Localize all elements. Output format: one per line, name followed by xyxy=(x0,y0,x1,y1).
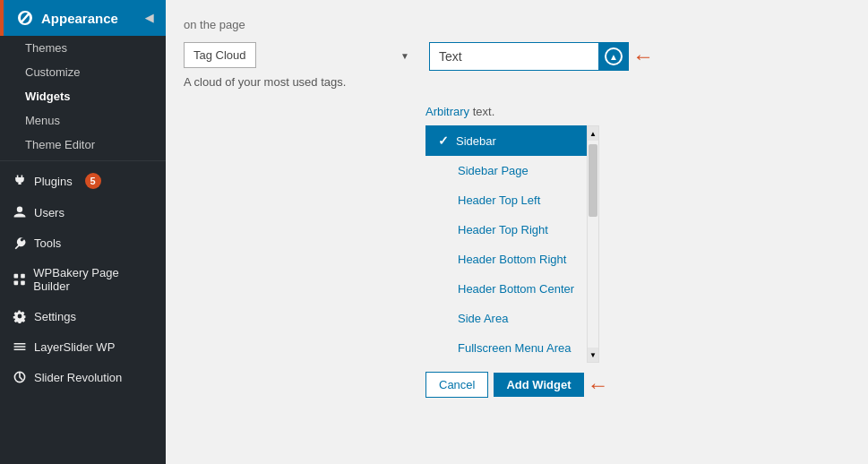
dropdown-scrollbar[interactable]: ▲ ▼ xyxy=(587,125,599,363)
settings-icon xyxy=(13,309,27,323)
scroll-thumb xyxy=(589,144,597,217)
dropdown-item-header-top-right[interactable]: Header Top Right xyxy=(425,215,587,245)
sidebar-item-plugins[interactable]: Plugins 5 xyxy=(0,165,166,197)
circle-up-icon: ▲ xyxy=(605,47,623,65)
tools-label: Tools xyxy=(34,236,61,250)
wpbakery-icon xyxy=(13,272,26,287)
sidebar-divider-1 xyxy=(0,160,166,161)
scroll-down-button[interactable]: ▼ xyxy=(588,348,598,362)
dropdown-item-sidebar-page[interactable]: Sidebar Page xyxy=(425,156,587,185)
layerslider-label: LayerSlider WP xyxy=(34,340,115,354)
sidebar-item-wpbakery[interactable]: WPBakery Page Builder xyxy=(0,258,166,301)
red-arrow-button-indicator: ← xyxy=(588,373,609,398)
sidebar-item-layerslider[interactable]: LayerSlider WP xyxy=(0,331,166,362)
arbitrary-text: Arbitrary text. xyxy=(425,105,850,118)
text-input-area: ▲ ← xyxy=(429,42,654,71)
users-label: Users xyxy=(34,206,64,219)
tools-icon xyxy=(13,236,27,250)
text-submit-button[interactable]: ▲ xyxy=(598,42,629,71)
scroll-track xyxy=(588,141,598,348)
appearance-title: Appearance xyxy=(41,11,118,26)
settings-label: Settings xyxy=(34,310,76,323)
appearance-submenu: Themes Customize Widgets Menus Theme Edi… xyxy=(0,36,166,157)
svg-rect-2 xyxy=(14,281,19,286)
dropdown-item-header-bottom-right[interactable]: Header Bottom Right xyxy=(425,245,587,274)
sidebar-item-tools[interactable]: Tools xyxy=(0,228,166,258)
dropdown-item-label: Header Bottom Right xyxy=(458,253,566,266)
dropdown-item-fullscreen-menu-area[interactable]: Fullscreen Menu Area xyxy=(425,333,587,363)
svg-rect-0 xyxy=(14,274,19,279)
dropdown-item-label: Header Top Left xyxy=(458,193,540,207)
sidebar-item-widgets[interactable]: Widgets xyxy=(0,84,166,108)
dropdown-item-header-top-left[interactable]: Header Top Left xyxy=(425,185,587,215)
users-icon xyxy=(13,205,27,219)
main-content: on the page Tag Cloud A cloud of your mo… xyxy=(166,0,868,464)
sidebar-item-customize[interactable]: Customize xyxy=(0,60,166,84)
add-widget-button[interactable]: Add Widget xyxy=(494,373,583,397)
dropdown-item-label: Fullscreen Menu Area xyxy=(458,341,571,355)
dropdown-item-label: Side Area xyxy=(458,312,508,325)
widget-select-wrap: Tag Cloud xyxy=(184,42,417,68)
scroll-up-button[interactable]: ▲ xyxy=(588,126,598,141)
sidebar-item-users[interactable]: Users xyxy=(0,197,166,228)
plugins-label: Plugins xyxy=(34,175,73,188)
widget-buttons-row: Cancel Add Widget ← xyxy=(425,372,850,398)
appearance-icon xyxy=(16,9,34,27)
slider-revolution-icon xyxy=(13,370,27,384)
plugins-badge: 5 xyxy=(85,173,101,189)
widget-type-select[interactable]: Tag Cloud xyxy=(184,42,256,68)
dropdown-item-header-bottom-center[interactable]: Header Bottom Center xyxy=(425,274,587,304)
collapse-icon[interactable]: ◀ xyxy=(145,12,153,24)
sidebar-item-theme-editor[interactable]: Theme Editor xyxy=(0,133,166,157)
dropdown-item-label: Header Top Right xyxy=(458,223,548,236)
appearance-header[interactable]: Appearance ◀ xyxy=(0,0,166,36)
dropdown-item-side-area[interactable]: Side Area xyxy=(425,304,587,333)
widget-top-row: Tag Cloud A cloud of your most used tags… xyxy=(184,42,850,96)
red-arrow-indicator: ← xyxy=(632,44,654,69)
dropdown-item-label: Header Bottom Center xyxy=(458,282,574,296)
widget-select-row: Tag Cloud xyxy=(184,42,417,68)
dropdown-container: ✓ Sidebar Sidebar Page Header Top Left H… xyxy=(425,125,599,363)
svg-rect-3 xyxy=(21,281,25,286)
wpbakery-label: WPBakery Page Builder xyxy=(33,266,153,293)
on-the-page-text: on the page xyxy=(184,18,850,31)
cancel-button[interactable]: Cancel xyxy=(425,372,488,398)
text-input-wrap: ▲ xyxy=(429,42,629,71)
sidebar-item-slider-revolution[interactable]: Slider Revolution xyxy=(0,362,166,392)
dropdown-item-sidebar[interactable]: ✓ Sidebar xyxy=(425,125,587,156)
plugins-icon xyxy=(13,174,27,188)
sidebar: Appearance ◀ Themes Customize Widgets Me… xyxy=(0,0,166,464)
sidebar-item-menus[interactable]: Menus xyxy=(0,108,166,133)
svg-rect-1 xyxy=(21,274,25,279)
dropdown-list: ✓ Sidebar Sidebar Page Header Top Left H… xyxy=(425,125,587,363)
dropdown-area: ✓ Sidebar Sidebar Page Header Top Left H… xyxy=(425,125,850,363)
layerslider-icon xyxy=(13,339,27,354)
sidebar-item-themes[interactable]: Themes xyxy=(0,36,166,60)
widget-info-area: Tag Cloud A cloud of your most used tags… xyxy=(184,42,417,96)
dropdown-item-label: Sidebar xyxy=(456,134,496,148)
check-icon: ✓ xyxy=(438,133,449,148)
dropdown-item-label: Sidebar Page xyxy=(458,164,529,177)
slider-revolution-label: Slider Revolution xyxy=(34,371,122,384)
tag-cloud-description: A cloud of your most used tags. xyxy=(184,75,417,89)
sidebar-item-settings[interactable]: Settings xyxy=(0,301,166,331)
